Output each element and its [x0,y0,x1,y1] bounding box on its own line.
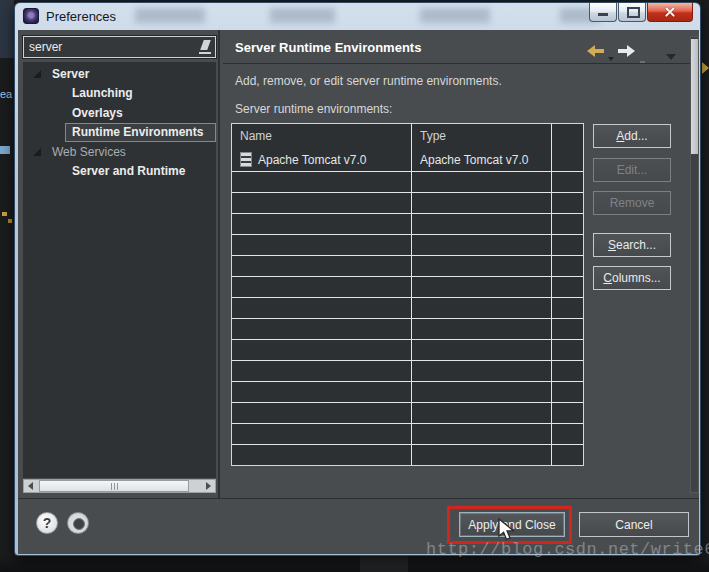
table-empty-row[interactable] [232,339,583,360]
tree-item-server-and-runtime[interactable]: Server and Runtime [23,162,216,182]
cell-type[interactable]: Apache Tomcat v7.0 [412,148,552,171]
minimize-button[interactable] [589,3,617,22]
clear-filter-blade [200,40,211,50]
table-row[interactable]: Apache Tomcat v7.0Apache Tomcat v7.0 [232,148,583,171]
caret-icon [666,54,676,60]
table-empty-row[interactable] [232,192,583,213]
tree-item-label: Launching [72,86,133,100]
panel-divider [218,30,220,498]
help-icon[interactable]: ? [36,512,58,534]
preferences-dialog: Preferences server ServerLaunchingOverla… [14,2,701,556]
empty-cell [552,298,583,318]
back-icon[interactable] [587,43,604,61]
empty-cell [552,256,583,276]
column-header-name[interactable]: Name [232,124,412,148]
table-empty-row[interactable] [232,213,583,234]
maximize-button[interactable] [618,3,646,22]
filter-text[interactable]: server [24,40,198,54]
scrollbar-thumb[interactable] [39,480,189,492]
background-artifact [8,219,12,223]
background-text-fragment: ea [0,88,12,100]
tree-expander-icon[interactable] [33,70,41,78]
columns-button[interactable]: Columns... [593,266,671,290]
forward-icon[interactable] [618,43,635,61]
triangle-right-icon [206,482,211,490]
scroll-right-icon[interactable] [202,480,215,492]
background-artifact [702,62,709,74]
background-artifact [0,0,14,58]
close-icon [664,6,676,18]
cell-name[interactable]: Apache Tomcat v7.0 [232,148,412,171]
grip-icon [111,483,112,490]
table-empty-row[interactable] [232,381,583,402]
scrollbar-track[interactable] [37,480,202,492]
empty-cell [552,361,583,381]
vertical-scrollbar[interactable] [690,36,699,493]
empty-cell [412,382,552,402]
empty-cell [232,172,412,192]
titlebar[interactable]: Preferences [15,3,700,30]
horizontal-scrollbar[interactable] [23,479,216,493]
clear-filter-base [199,52,211,54]
table-empty-row[interactable] [232,360,583,381]
empty-cell [552,235,583,255]
table-empty-row[interactable] [232,318,583,339]
empty-cell [232,298,412,318]
tree-item-server[interactable]: Server [23,64,216,84]
empty-cell [232,403,412,423]
window-title: Preferences [46,9,116,24]
scroll-left-icon[interactable] [24,480,37,492]
arrow-head [627,45,635,57]
cell-spacer [552,148,583,171]
arrow-shaft [618,49,627,53]
watermark-text: http://blog.csdn.net/write6 [426,540,709,559]
table-empty-row[interactable] [232,423,583,444]
table-empty-row[interactable] [232,234,583,255]
table-header-row: NameType [232,124,583,148]
table-empty-row[interactable] [232,444,583,465]
tree-item-web-services[interactable]: Web Services [23,142,216,162]
scrollbar-thumb[interactable] [691,39,698,154]
header-separator [223,63,699,64]
empty-cell [412,193,552,213]
view-menu-icon[interactable] [666,46,676,64]
empty-cell [552,319,583,339]
close-button[interactable] [647,3,693,22]
search-button[interactable]: Search... [593,233,671,257]
empty-cell [552,214,583,234]
button-label: Columns... [594,271,670,285]
empty-cell [412,361,552,381]
table-empty-row[interactable] [232,276,583,297]
column-header-type[interactable]: Type [412,124,552,148]
add-button[interactable]: Add... [593,124,671,148]
tree-expander-icon[interactable] [33,148,41,156]
table-empty-row[interactable] [232,402,583,423]
column-header-spacer [552,124,583,148]
empty-cell [412,172,552,192]
table-empty-row[interactable] [232,255,583,276]
remove-button[interactable]: Remove [593,191,671,215]
empty-cell [412,424,552,444]
tree-item-overlays[interactable]: Overlays [23,103,216,123]
empty-cell [552,382,583,402]
empty-cell [232,277,412,297]
forward-menu-icon [640,49,645,67]
table-empty-row[interactable] [232,297,583,318]
titlebar-reflection [135,8,205,23]
empty-cell [232,235,412,255]
clear-filter-icon[interactable] [198,40,212,54]
empty-cell [552,424,583,444]
table-empty-row[interactable] [232,171,583,192]
record-icon[interactable] [67,512,89,534]
empty-cell [232,319,412,339]
tree-item-label: Web Services [52,145,126,159]
maximize-icon [627,7,640,18]
empty-cell [232,361,412,381]
triangle-left-icon [28,482,33,490]
cancel-button[interactable]: Cancel [579,512,689,537]
edit-button[interactable]: Edit... [593,158,671,182]
tree-item-runtime-environments[interactable]: Runtime Environments [65,123,216,143]
filter-input[interactable]: server [23,36,216,58]
tree-item-launching[interactable]: Launching [23,84,216,104]
dialog-body: server ServerLaunchingOverlaysRuntime En… [18,30,699,554]
